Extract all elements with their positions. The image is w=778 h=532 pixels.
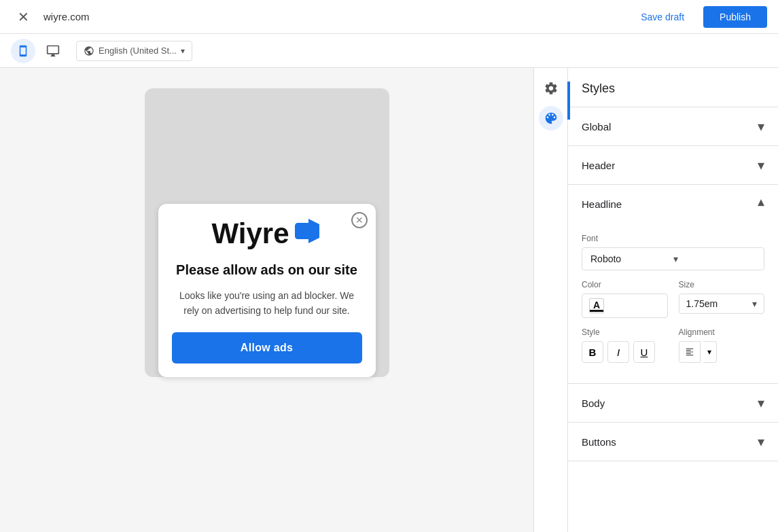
toolbar: English (United St... ▾ <box>0 34 778 68</box>
modal-headline: Please allow ads on our site <box>172 261 362 279</box>
preview-container: ✕ Wiyre Please allow ads on our site Loo… <box>145 88 389 377</box>
color-swatch: A <box>589 298 604 313</box>
language-chevron-icon: ▾ <box>181 46 185 56</box>
color-col: Color A <box>582 280 668 318</box>
alignment-field-label: Alignment <box>679 327 765 337</box>
size-field-label: Size <box>679 280 765 289</box>
headline-expanded: Font Roboto ▾ Color A <box>568 223 778 384</box>
side-icon-strip <box>533 68 567 532</box>
alignment-dropdown-arrow-icon[interactable]: ▾ <box>703 341 717 363</box>
allow-ads-button[interactable]: Allow ads <box>172 332 362 363</box>
header-chevron-icon: ▾ <box>758 157 764 173</box>
publish-button[interactable]: Publish <box>703 6 767 28</box>
headline-label: Headline <box>582 198 622 210</box>
mobile-device-button[interactable] <box>11 39 35 63</box>
styles-panel-content: Styles Global ▾ Header ▾ Headline ▾ <box>568 68 778 532</box>
styles-title: Styles <box>568 68 778 107</box>
color-swatch-button[interactable]: A <box>582 294 668 318</box>
color-swatch-underline <box>590 310 603 312</box>
gear-icon <box>544 81 559 96</box>
main-area: ✕ Wiyre Please allow ads on our site Loo… <box>0 68 778 532</box>
canvas-area: ✕ Wiyre Please allow ads on our site Loo… <box>0 68 533 532</box>
buttons-section-row[interactable]: Buttons ▾ <box>568 423 778 461</box>
modal-body: Looks like you're using an ad blocker. W… <box>172 288 362 319</box>
buttons-chevron-icon: ▾ <box>758 433 764 450</box>
size-select[interactable]: 1.75em ▾ <box>679 294 765 314</box>
headline-section-row[interactable]: Headline ▾ <box>568 185 778 223</box>
size-value: 1.75em <box>686 298 753 309</box>
alignment-col: Alignment ▾ <box>679 327 765 363</box>
style-buttons: B I U <box>582 341 668 363</box>
style-col: Style B I U <box>582 327 668 363</box>
buttons-label: Buttons <box>582 436 616 448</box>
topbar-right: Save draft Publish <box>630 6 767 28</box>
modal-logo: Wiyre <box>172 217 362 250</box>
palette-icon-button[interactable] <box>539 106 563 130</box>
headline-section: Headline ▾ Font Roboto ▾ Colo <box>568 185 778 384</box>
mobile-icon <box>17 45 29 57</box>
topbar: ✕ wiyre.com Save draft Publish <box>0 0 778 34</box>
color-size-row: Color A Size <box>582 280 764 318</box>
global-section-row[interactable]: Global ▾ <box>568 107 778 146</box>
body-label: Body <box>582 397 605 409</box>
font-dropdown-arrow-icon: ▾ <box>673 253 756 264</box>
site-name: wiyre.com <box>43 11 90 22</box>
language-label: English (United St... <box>99 46 177 56</box>
preview-gray-top <box>158 102 376 211</box>
global-label: Global <box>582 121 611 132</box>
headline-chevron-icon: ▾ <box>758 196 764 212</box>
alignment-buttons: ▾ <box>679 341 765 363</box>
topbar-left: ✕ wiyre.com <box>11 5 90 29</box>
bold-button[interactable]: B <box>582 341 603 363</box>
global-chevron-icon: ▾ <box>758 118 764 135</box>
color-field-label: Color <box>582 280 668 289</box>
font-select[interactable]: Roboto ▾ <box>582 247 764 270</box>
font-value: Roboto <box>590 253 673 264</box>
size-col: Size 1.75em ▾ <box>679 280 765 318</box>
styles-panel: Styles Global ▾ Header ▾ Headline ▾ <box>567 68 778 532</box>
underline-button[interactable]: U <box>633 341 655 363</box>
align-left-icon <box>685 347 694 357</box>
modal-logo-text: Wiyre <box>211 217 289 250</box>
header-label: Header <box>582 160 615 171</box>
save-draft-button[interactable]: Save draft <box>630 6 695 28</box>
desktop-device-button[interactable] <box>41 39 65 63</box>
palette-icon <box>544 111 559 126</box>
body-chevron-icon: ▾ <box>758 395 764 411</box>
style-field-label: Style <box>582 327 668 337</box>
header-section-row[interactable]: Header ▾ <box>568 146 778 185</box>
size-dropdown-arrow-icon: ▾ <box>752 298 757 309</box>
globe-icon <box>84 46 94 56</box>
settings-icon-button[interactable] <box>539 76 563 101</box>
modal-close-button[interactable]: ✕ <box>351 212 368 228</box>
modal-card: ✕ Wiyre Please allow ads on our site Loo… <box>158 204 376 377</box>
italic-button[interactable]: I <box>607 341 629 363</box>
align-left-button[interactable] <box>679 341 701 363</box>
body-section-row[interactable]: Body ▾ <box>568 384 778 423</box>
modal-logo-arrow-icon <box>295 219 322 249</box>
arrow-svg <box>295 219 322 243</box>
style-alignment-row: Style B I U Alignment <box>582 327 764 363</box>
close-button[interactable]: ✕ <box>11 5 35 29</box>
desktop-icon <box>46 44 60 58</box>
active-palette-indicator <box>567 82 570 120</box>
right-sidebar: Styles Global ▾ Header ▾ Headline ▾ <box>533 68 778 532</box>
font-field-label: Font <box>582 234 764 243</box>
language-selector[interactable]: English (United St... ▾ <box>76 41 192 61</box>
